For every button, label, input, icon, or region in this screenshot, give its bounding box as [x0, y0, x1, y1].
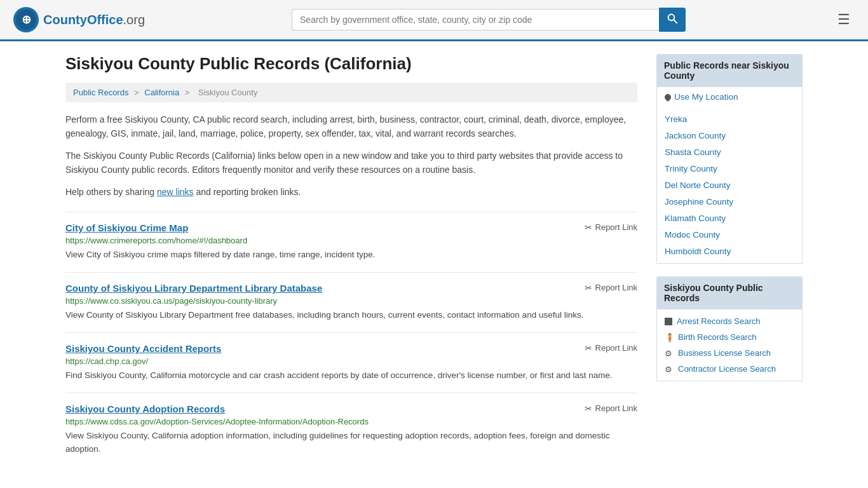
sidebar-record-item: Arrest Records Search — [657, 313, 802, 329]
scissors-icon-2: ✂ — [585, 343, 592, 353]
logo-area: ⊕ CountyOffice.org — [13, 6, 145, 33]
record-desc-2: Find Siskiyou County, California motorcy… — [65, 369, 637, 383]
logo-icon: ⊕ — [13, 6, 39, 33]
nearby-link-item: Shasta County — [657, 144, 802, 160]
sidebar-record-item: 🧍Birth Records Search — [657, 329, 802, 345]
report-link-btn-2[interactable]: ✂ Report Link — [585, 343, 637, 353]
report-link-label-2: Report Link — [595, 343, 637, 353]
breadcrumb-california[interactable]: California — [144, 88, 179, 97]
scissors-icon-1: ✂ — [585, 283, 592, 293]
logo-org: .org — [123, 13, 145, 27]
record-url-1[interactable]: https://www.co.siskiyou.ca.us/page/siski… — [65, 296, 637, 306]
search-area — [292, 8, 686, 32]
record-title-1[interactable]: County of Siskiyou Library Department Li… — [65, 283, 322, 294]
location-icon — [663, 92, 672, 101]
gear-icon: ⚙ — [665, 365, 674, 374]
breadcrumb-sep-1: > — [134, 88, 141, 97]
sidebar-record-link-3[interactable]: Contractor License Search — [678, 364, 776, 374]
records-links-list: Arrest Records Search🧍Birth Records Sear… — [657, 309, 802, 381]
nearby-link-1[interactable]: Jackson County — [665, 131, 726, 140]
record-desc-0: View City of Siskiyou crime maps filtere… — [65, 248, 637, 262]
record-title-2[interactable]: Siskiyou County Accident Reports — [65, 343, 221, 354]
record-desc-3: View Siskiyou County, California adoptio… — [65, 430, 637, 456]
nearby-link-0[interactable]: Yreka — [665, 114, 687, 124]
sidebar-record-item: ⚙Contractor License Search — [657, 361, 802, 377]
record-desc-1: View County of Siskiyou Library Departme… — [65, 309, 637, 322]
nearby-link-7[interactable]: Modoc County — [665, 230, 720, 240]
record-url-3[interactable]: https://www.cdss.ca.gov/Adoption-Service… — [65, 417, 637, 426]
square-icon — [665, 318, 672, 325]
svg-text:⊕: ⊕ — [22, 13, 31, 26]
sidebar-record-link-0[interactable]: Arrest Records Search — [677, 316, 761, 326]
sidebar-record-item: ⚙Business License Search — [657, 345, 802, 361]
record-title-3[interactable]: Siskiyou County Adoption Records — [65, 403, 225, 414]
record-header-3: Siskiyou County Adoption Records ✂ Repor… — [65, 403, 637, 414]
logo-county: CountyOffice — [43, 13, 123, 27]
nearby-link-2[interactable]: Shasta County — [665, 147, 721, 157]
nearby-section: Use My Location YrekaJackson CountyShast… — [656, 87, 803, 264]
nearby-link-item: Del Norte County — [657, 177, 802, 193]
record-entry: County of Siskiyou Library Department Li… — [65, 272, 637, 332]
logo-text-area: CountyOffice.org — [43, 13, 145, 27]
nearby-link-8[interactable]: Humboldt County — [665, 247, 731, 256]
search-button[interactable] — [659, 8, 686, 32]
person-icon: 🧍 — [665, 333, 674, 342]
report-link-btn-0[interactable]: ✂ Report Link — [585, 222, 637, 233]
description-2: The Siskiyou County Public Records (Cali… — [65, 149, 637, 177]
records-section-header: Siskiyou County Public Records — [656, 276, 803, 309]
report-link-label-3: Report Link — [595, 403, 637, 413]
gear-icon: ⚙ — [665, 349, 674, 358]
nearby-link-item: Klamath County — [657, 210, 802, 226]
header: ⊕ CountyOffice.org ☰ — [0, 0, 868, 41]
records-list: City of Siskiyou Crime Map ✂ Report Link… — [65, 212, 637, 466]
record-header-1: County of Siskiyou Library Department Li… — [65, 283, 637, 294]
report-link-btn-1[interactable]: ✂ Report Link — [585, 283, 637, 293]
sidebar-record-link-2[interactable]: Business License Search — [678, 348, 771, 358]
description-3: Help others by sharing new links and rep… — [65, 185, 637, 199]
search-icon — [667, 13, 677, 24]
nearby-link-3[interactable]: Trinity County — [665, 164, 717, 173]
main-container: Siskiyou County Public Records (Californ… — [53, 41, 815, 479]
use-my-location[interactable]: Use My Location — [657, 87, 802, 107]
breadcrumb-current: Siskiyou County — [198, 88, 257, 97]
svg-line-4 — [674, 20, 677, 23]
desc3-prefix: Help others by sharing — [65, 187, 157, 197]
record-title-0[interactable]: City of Siskiyou Crime Map — [65, 222, 188, 233]
nearby-link-item: Josephine County — [657, 193, 802, 210]
breadcrumb-sep-2: > — [185, 88, 192, 97]
nearby-link-item: Modoc County — [657, 226, 802, 243]
sidebar-record-link-1[interactable]: Birth Records Search — [678, 332, 757, 342]
nearby-link-4[interactable]: Del Norte County — [665, 180, 731, 190]
desc3-suffix: and reporting broken links. — [194, 187, 301, 197]
scissors-icon-3: ✂ — [585, 403, 592, 414]
record-entry: City of Siskiyou Crime Map ✂ Report Link… — [65, 212, 637, 272]
nearby-link-item: Trinity County — [657, 160, 802, 177]
nearby-link-6[interactable]: Klamath County — [665, 214, 726, 223]
record-entry: Siskiyou County Accident Reports ✂ Repor… — [65, 332, 637, 393]
report-link-btn-3[interactable]: ✂ Report Link — [585, 403, 637, 414]
record-header-0: City of Siskiyou Crime Map ✂ Report Link — [65, 222, 637, 233]
page-title: Siskiyou County Public Records (Californ… — [65, 54, 637, 74]
record-header-2: Siskiyou County Accident Reports ✂ Repor… — [65, 343, 637, 354]
record-entry: Siskiyou County Adoption Records ✂ Repor… — [65, 393, 637, 466]
menu-button[interactable]: ☰ — [832, 9, 855, 30]
breadcrumb: Public Records > California > Siskiyou C… — [65, 83, 637, 102]
report-link-label-1: Report Link — [595, 283, 637, 292]
nearby-links-list: YrekaJackson CountyShasta CountyTrinity … — [657, 107, 802, 263]
report-link-label-0: Report Link — [595, 222, 637, 232]
records-section: Arrest Records Search🧍Birth Records Sear… — [656, 309, 803, 381]
content-area: Siskiyou County Public Records (Californ… — [65, 54, 637, 466]
record-url-0[interactable]: https://www.crimereports.com/home/#!/das… — [65, 236, 637, 245]
nearby-section-header: Public Records near Siskiyou County — [656, 54, 803, 87]
search-input[interactable] — [292, 9, 659, 30]
use-my-location-label: Use My Location — [674, 92, 738, 102]
breadcrumb-public-records[interactable]: Public Records — [73, 88, 128, 97]
sidebar: Public Records near Siskiyou County Use … — [656, 54, 803, 466]
nearby-link-item: Humboldt County — [657, 243, 802, 259]
new-links-link[interactable]: new links — [157, 187, 194, 197]
scissors-icon-0: ✂ — [585, 222, 592, 233]
logo-brand: CountyOffice.org — [43, 13, 145, 27]
record-url-2[interactable]: https://cad.chp.ca.gov/ — [65, 356, 637, 366]
nearby-link-item: Yreka — [657, 111, 802, 127]
nearby-link-5[interactable]: Josephine County — [665, 197, 733, 207]
